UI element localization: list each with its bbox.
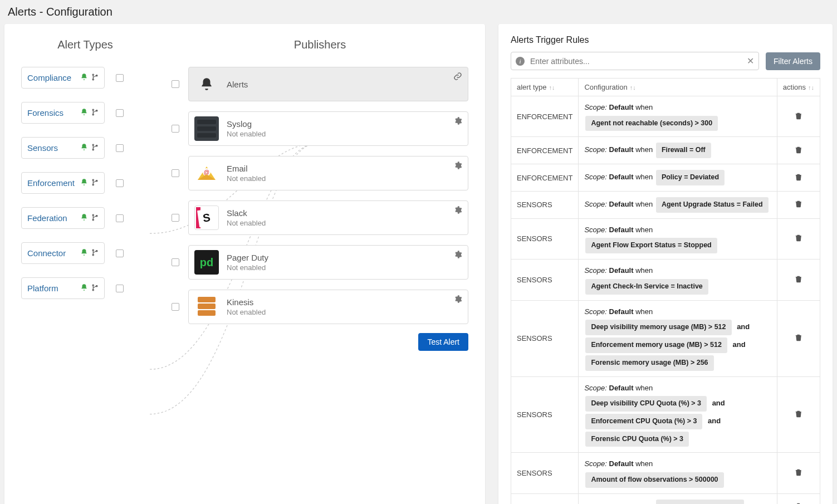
delete-rule-button[interactable] [777, 96, 820, 137]
alert-type-checkbox[interactable] [116, 144, 124, 152]
clear-icon[interactable]: ✕ [747, 56, 754, 66]
condition-chip: Policy = Deviated [656, 170, 725, 185]
gear-icon[interactable] [453, 250, 462, 261]
cell-alert-type: SENSORS [511, 260, 579, 300]
publisher-name: Slack [227, 208, 266, 218]
publisher-card[interactable]: SyslogNot enabled [188, 111, 468, 146]
alert-type-checkbox[interactable] [116, 214, 124, 222]
cell-alert-type: ENFORCEMENT [511, 96, 579, 137]
alert-type-label: Forensics [27, 108, 63, 118]
publisher-checkbox[interactable] [172, 169, 179, 177]
alert-type-card[interactable]: Platform [21, 277, 105, 299]
condition-chip: Agent Check-In Service = Inactive [585, 279, 708, 295]
page-title: Alerts - Configuration [0, 0, 837, 24]
alert-type-checkbox[interactable] [116, 109, 124, 117]
cell-configuration: Scope: Default when Agent not reachable … [579, 96, 777, 137]
alert-type-card[interactable]: Compliance [21, 67, 105, 89]
syslog-icon [194, 116, 219, 141]
cell-alert-type: SENSORS [511, 453, 579, 493]
cell-alert-type: SENSORS [511, 493, 579, 504]
publisher-card[interactable]: pdPager DutyNot enabled [188, 245, 468, 280]
table-row: SENSORSScope: Default when Deep visibili… [511, 300, 820, 376]
alert-type-label: Enforcement [27, 178, 75, 188]
alert-type-label: Federation [27, 213, 67, 223]
condition-chip: Agent Flow Export Status = Stopped [585, 238, 717, 253]
table-row: ENFORCEMENTScope: Default when Firewall … [511, 137, 820, 164]
alert-type-label: Sensors [27, 143, 58, 153]
svg-point-12 [92, 214, 94, 215]
table-row: ENFORCEMENTScope: Default when Agent not… [511, 96, 820, 137]
filter-alerts-button[interactable]: Filter Alerts [766, 52, 820, 70]
alert-type-checkbox[interactable] [116, 249, 124, 257]
delete-rule-button[interactable] [777, 260, 820, 300]
publisher-status: Not enabled [227, 219, 266, 227]
attribute-search-input[interactable] [529, 56, 742, 66]
condition-chip: Firewall = Off [656, 143, 711, 158]
alert-type-card[interactable]: Federation [21, 207, 105, 229]
publisher-checkbox[interactable] [172, 214, 179, 222]
alert-type-card[interactable]: Connector [21, 242, 105, 264]
alert-types-publishers-panel: Alert Types ComplianceForensicsSensorsEn… [4, 24, 485, 504]
publisher-checkbox[interactable] [172, 258, 179, 266]
col-alert-type[interactable]: alert type↑↓ [511, 79, 579, 96]
publisher-name: Kinesis [227, 297, 266, 307]
delete-rule-button[interactable] [777, 493, 820, 504]
link-icon[interactable] [453, 72, 462, 82]
publisher-checkbox[interactable] [172, 303, 179, 311]
publisher-checkbox[interactable] [172, 80, 179, 88]
table-row: SENSORSScope: Default when Agent Upgrade… [511, 191, 820, 218]
svg-point-7 [92, 149, 94, 150]
condition-chip: Agent Uninstalled = On [656, 500, 744, 504]
svg-point-1 [92, 79, 94, 80]
branch-icon [91, 179, 99, 188]
publisher-name: Email [227, 164, 266, 173]
delete-rule-button[interactable] [777, 164, 820, 192]
alert-type-card[interactable]: Enforcement [21, 172, 105, 194]
cell-configuration: Scope: Default when Agent Upgrade Status… [579, 191, 777, 218]
publisher-status: Not enabled [227, 308, 266, 316]
delete-rule-button[interactable] [777, 376, 820, 453]
delete-rule-button[interactable] [777, 300, 820, 376]
alert-type-checkbox[interactable] [116, 74, 124, 82]
cell-configuration: Scope: Default when Agent Uninstalled = … [579, 493, 777, 504]
branch-icon [91, 144, 99, 153]
publisher-checkbox[interactable] [172, 125, 179, 133]
alert-type-card[interactable]: Forensics [21, 102, 105, 124]
test-alert-button[interactable]: Test Alert [418, 333, 468, 351]
alert-type-checkbox[interactable] [116, 285, 124, 292]
publisher-card[interactable]: KinesisNot enabled [188, 290, 468, 324]
trigger-rules-heading: Alerts Trigger Rules [511, 35, 820, 45]
gear-icon[interactable] [453, 161, 462, 172]
gear-icon[interactable] [453, 205, 462, 216]
svg-point-9 [92, 179, 94, 180]
sort-icon: ↑↓ [549, 84, 555, 91]
attribute-search-box[interactable]: i ✕ [511, 52, 759, 70]
info-icon: i [516, 57, 525, 66]
bell-icon [80, 248, 88, 258]
sort-icon: ↑↓ [630, 84, 636, 91]
publisher-status: Not enabled [227, 174, 266, 183]
bell-icon [194, 72, 219, 96]
alert-type-checkbox[interactable] [116, 179, 124, 187]
alert-type-label: Compliance [27, 73, 71, 82]
gear-icon[interactable] [453, 295, 462, 305]
delete-rule-button[interactable] [777, 453, 820, 493]
slack-icon: S [194, 205, 219, 230]
gear-icon[interactable] [453, 116, 462, 127]
delete-rule-button[interactable] [777, 218, 820, 259]
publisher-status: Not enabled [227, 263, 268, 272]
alert-type-card[interactable]: Sensors [21, 137, 105, 159]
table-row: ENFORCEMENTScope: Default when Policy = … [511, 164, 820, 192]
cell-alert-type: SENSORS [511, 218, 579, 259]
col-configuration[interactable]: Configuration↑↓ [579, 79, 777, 96]
delete-rule-button[interactable] [777, 137, 820, 164]
cell-configuration: Scope: Default when Firewall = Off [579, 137, 777, 164]
publisher-card[interactable]: SSlackNot enabled [188, 200, 468, 235]
delete-rule-button[interactable] [777, 191, 820, 218]
publisher-card[interactable]: Alerts [188, 67, 468, 101]
condition-chip: Forensic memory usage (MB) > 256 [585, 355, 713, 371]
cell-configuration: Scope: Default when Agent Flow Export St… [579, 218, 777, 259]
publisher-status: Not enabled [227, 130, 266, 138]
publisher-card[interactable]: @EmailNot enabled [188, 156, 468, 190]
col-actions[interactable]: actions↑↓ [777, 79, 820, 96]
